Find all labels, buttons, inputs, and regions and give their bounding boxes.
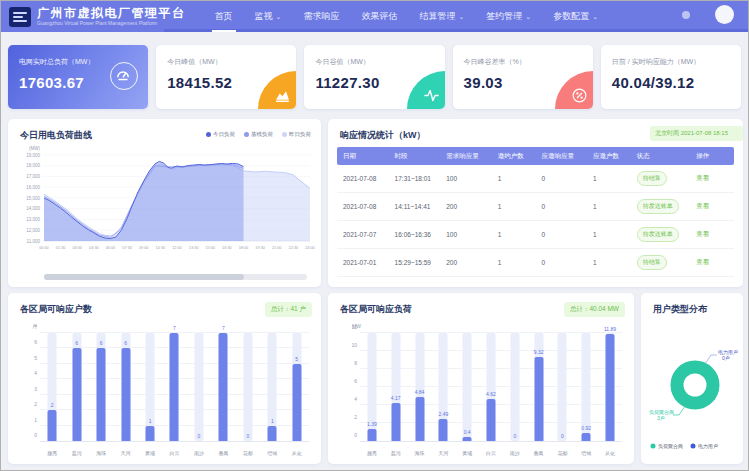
bar-value-label: 0.92: [581, 425, 591, 431]
nav-item-4[interactable]: 效果评估: [350, 1, 408, 32]
bar: [170, 333, 179, 441]
table-row: 2021-07-0814:11~14:41200101待发送账单查看: [337, 193, 734, 221]
x-tick-label: 天河: [431, 450, 455, 456]
y-tick-label: 7: [34, 324, 37, 330]
x-tick-label: 荔湾: [384, 450, 408, 456]
nav-item-3[interactable]: 需求响应: [292, 1, 350, 32]
peak-chart-icon: [258, 71, 296, 109]
legend-label: 昨日负荷: [289, 131, 311, 138]
table-cell: 2021-07-01: [337, 259, 389, 266]
user-avatar[interactable]: [715, 5, 734, 24]
legend-item-2[interactable]: 基线负荷: [244, 131, 273, 138]
x-tick-label: 越秀: [40, 450, 64, 456]
view-link[interactable]: 查看: [696, 202, 709, 209]
bar-column: 4.62: [479, 333, 503, 441]
bar-value-label: 2: [51, 402, 54, 408]
bar-columns: 1.394.174.842.490.44.6209.3200.9211.89: [360, 333, 622, 441]
district-users-title: 各区局可响应户数: [20, 303, 92, 316]
kpi-card-grid-realtime-total-load: 电网实时总负荷（MW）17603.67: [8, 45, 148, 109]
table-header-cell: 应邀户数: [587, 152, 631, 161]
nav-item-label: 结算管理: [419, 10, 455, 23]
x-tick-label: 南沙: [187, 450, 211, 456]
table-cell: 1: [492, 203, 536, 210]
bar-value-label: 4.62: [486, 391, 496, 397]
view-link[interactable]: 查看: [696, 258, 709, 265]
nav-item-label: 签约管理: [486, 10, 522, 23]
bar-value-label: 2.49: [438, 411, 448, 417]
datazoom-handle[interactable]: [44, 274, 244, 280]
table-cell: 200: [440, 259, 492, 266]
bar-column: 4.84: [408, 333, 432, 441]
bar-value-label: 0: [198, 433, 201, 439]
legend-item-1[interactable]: 今日负荷: [206, 131, 235, 138]
legend-label: 电力用户: [698, 443, 718, 450]
y-tick-label: 13,000: [26, 217, 40, 222]
bar-columns: 26661707015: [40, 333, 309, 441]
status-badge: 待发送账单: [637, 227, 679, 242]
chart-datazoom-scrollbar[interactable]: [44, 274, 307, 280]
x-tick-label: 07:30: [122, 246, 132, 250]
x-tick-label: 番禺: [211, 450, 235, 456]
bar-value-label: 6: [75, 340, 78, 346]
load-curve-title: 今日用电负荷曲线: [20, 129, 92, 142]
y-tick-label: 10: [351, 342, 357, 348]
app-title-block: 广州市虚拟电厂管理平台 Guangzhou Virtual Power Plan…: [37, 7, 186, 26]
bar-plot-area: 0123456726661707015: [40, 333, 309, 442]
x-tick-label: 24:00: [305, 246, 315, 250]
x-tick-label: 花都: [551, 450, 575, 456]
chevron-down-icon: ⌄: [276, 13, 282, 21]
y-tick-label: 19,000: [26, 153, 40, 158]
callout-line: [673, 406, 685, 415]
x-tick-label: 09:00: [139, 246, 149, 250]
view-link[interactable]: 查看: [696, 230, 709, 237]
nav-item-1[interactable]: 首页: [204, 1, 244, 32]
bar: [391, 403, 400, 441]
bar-column: 0.4: [455, 333, 479, 441]
table-header-row: 日期时段需求响应量邀约户数应邀响应量应邀户数状态操作: [337, 147, 734, 165]
x-tick-label: 03:00: [72, 246, 82, 250]
bar-column: 4.17: [384, 333, 408, 441]
bar-column: 0.92: [574, 333, 598, 441]
nav-item-2[interactable]: 监视⌄: [244, 1, 293, 32]
bar-track: [463, 333, 472, 441]
donut-ring: [677, 367, 713, 403]
nav-item-7[interactable]: 参数配置⌄: [542, 1, 609, 32]
table-row: 2021-07-0716:06~16:36100101待发送账单查看: [337, 221, 734, 249]
bar-value-label: 0: [561, 433, 564, 439]
district-users-total-badge: 总计：41 户: [265, 302, 312, 317]
table-cell-status: 待结算: [631, 255, 691, 270]
nav-item-label: 效果评估: [361, 10, 397, 23]
bar-value-label: 7: [173, 325, 176, 331]
bar-value-label: 4.17: [391, 395, 401, 401]
bar: [486, 399, 495, 441]
table-cell-status: 待发送账单: [631, 199, 691, 214]
series-area-今日负荷: [44, 161, 244, 241]
callout-line: [705, 355, 717, 364]
bar-track: [194, 333, 203, 441]
kpi-card-response-capability: 日前 / 实时响应能力（MW）40.04/39.12: [601, 45, 741, 109]
nav-item-5[interactable]: 结算管理⌄: [408, 1, 475, 32]
x-tick-label: 越秀: [360, 450, 384, 456]
nav-item-6[interactable]: 签约管理⌄: [475, 1, 542, 32]
x-tick-label: 01:30: [56, 246, 66, 250]
bar-column: 2.49: [431, 333, 455, 441]
x-tick-label: 00:00: [39, 246, 49, 250]
callout-value: 0户: [722, 355, 730, 361]
callout-value: 3户: [657, 415, 665, 421]
user-type-donut-chart: 电力用户0户负荷聚合商3户负荷聚合商电力用户: [641, 315, 743, 460]
table-header-cell: 应邀响应量: [535, 152, 587, 161]
x-tick-label: 从化: [598, 450, 622, 456]
view-link[interactable]: 查看: [696, 174, 709, 181]
bar-value-label: 7: [222, 325, 225, 331]
bar-value-label: 9.32: [534, 349, 544, 355]
y-tick-label: 4: [34, 370, 37, 376]
bar: [439, 419, 448, 441]
legend-item-3[interactable]: 昨日负荷: [282, 131, 311, 138]
bar-column: 1: [138, 333, 162, 441]
bar-track: [243, 333, 252, 441]
kpi-value: 11227.30: [315, 74, 379, 91]
table-cell-action: 查看: [690, 230, 734, 239]
bar: [268, 426, 277, 441]
notification-icon[interactable]: [682, 11, 690, 19]
district-load-chart: MW0246810121.394.174.842.490.44.6209.320…: [336, 323, 626, 458]
